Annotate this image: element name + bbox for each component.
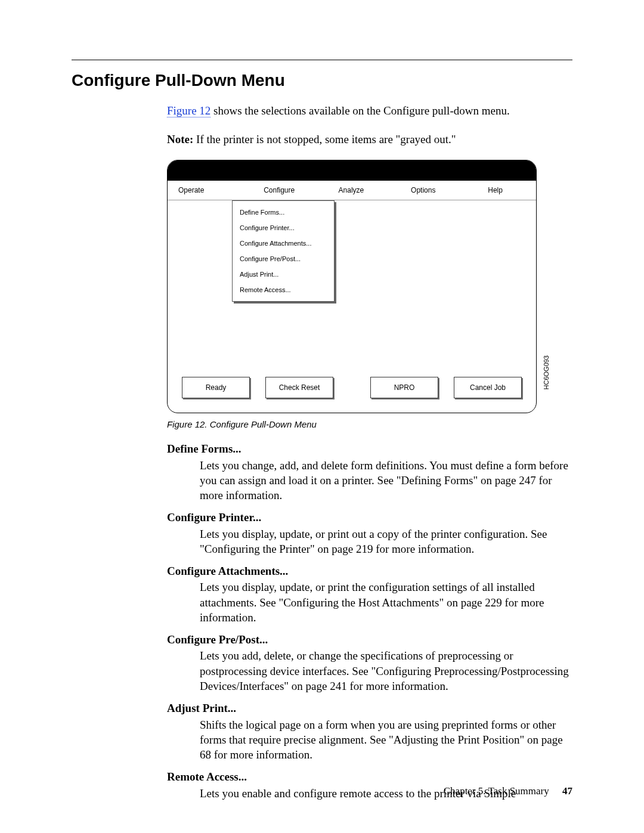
figure-side-code: HC6OG093 xyxy=(543,355,550,389)
figure-caption: Figure 12. Configure Pull-Down Menu xyxy=(167,419,572,429)
term-remote-access: Remote Access... xyxy=(167,769,572,784)
menu-options[interactable]: Options xyxy=(387,186,459,194)
page-footer: Chapter 5. Task Summary 47 xyxy=(444,785,572,797)
app-window: Operate Configure Analyze Options Help D… xyxy=(167,160,537,413)
menu-analyze[interactable]: Analyze xyxy=(315,186,388,194)
term-configure-pre-post: Configure Pre/Post... xyxy=(167,632,572,647)
dropdown-configure-printer[interactable]: Configure Printer... xyxy=(233,220,334,236)
desc-define-forms: Lets you change, add, and delete form de… xyxy=(200,458,572,503)
desc-configure-attachments: Lets you display, update, or print the c… xyxy=(200,580,572,625)
check-reset-button[interactable]: Check Reset xyxy=(265,377,333,398)
definition-list: Define Forms... Lets you change, add, an… xyxy=(167,441,572,801)
dropdown-configure-attachments[interactable]: Configure Attachments... xyxy=(233,236,334,251)
menu-operate[interactable]: Operate xyxy=(172,186,243,194)
desc-adjust-print: Shifts the logical page on a form when y… xyxy=(200,717,572,763)
dropdown-configure-pre-post[interactable]: Configure Pre/Post... xyxy=(233,251,334,267)
dropdown-adjust-print[interactable]: Adjust Print... xyxy=(233,267,334,282)
term-adjust-print: Adjust Print... xyxy=(167,701,572,716)
note-label: Note: xyxy=(167,133,193,145)
menubar: Operate Configure Analyze Options Help xyxy=(168,181,536,200)
term-configure-printer: Configure Printer... xyxy=(167,510,572,525)
term-configure-attachments: Configure Attachments... xyxy=(167,563,572,578)
desc-configure-printer: Lets you display, update, or print out a… xyxy=(200,527,572,557)
dropdown-define-forms[interactable]: Define Forms... xyxy=(233,205,334,220)
intro-after-ref: shows the selections available on the Co… xyxy=(210,104,509,117)
footer-page-number: 47 xyxy=(562,785,572,797)
cancel-job-button[interactable]: Cancel Job xyxy=(454,377,522,398)
term-define-forms: Define Forms... xyxy=(167,441,572,456)
button-row: Ready Check Reset NPRO Cancel Job xyxy=(168,372,536,413)
dropdown-remote-access[interactable]: Remote Access... xyxy=(233,282,334,298)
titlebar xyxy=(168,160,536,181)
client-area: Define Forms... Configure Printer... Con… xyxy=(168,200,536,372)
footer-chapter: Chapter 5. Task Summary xyxy=(444,785,549,797)
section-title: Configure Pull-Down Menu xyxy=(72,71,572,90)
figure-link[interactable]: Figure 12 xyxy=(167,104,210,117)
ready-button[interactable]: Ready xyxy=(182,377,250,398)
intro-paragraph: Figure 12 shows the selections available… xyxy=(167,103,572,119)
rule-top xyxy=(72,60,572,60)
note-body: If the printer is not stopped, some item… xyxy=(193,133,456,145)
menu-help[interactable]: Help xyxy=(459,186,531,194)
desc-configure-pre-post: Lets you add, delete, or change the spec… xyxy=(200,648,572,693)
menu-configure[interactable]: Configure xyxy=(243,186,315,194)
configure-dropdown: Define Forms... Configure Printer... Con… xyxy=(232,200,335,302)
figure-12: HC6OG093 Operate Configure Analyze Optio… xyxy=(167,160,537,413)
npro-button[interactable]: NPRO xyxy=(370,377,438,398)
note-paragraph: Note: If the printer is not stopped, som… xyxy=(167,132,572,147)
